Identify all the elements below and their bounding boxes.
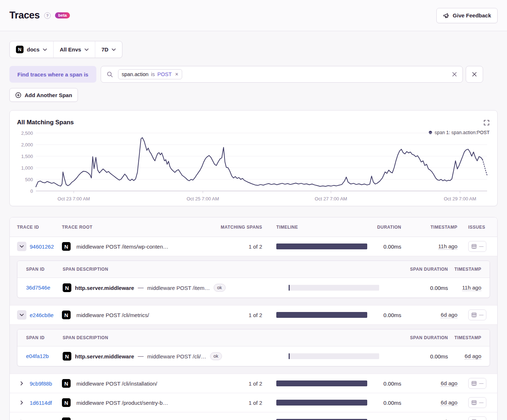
col-span-id: SPAN ID: [17, 267, 63, 272]
nextjs-icon: N: [63, 352, 71, 361]
span-search-input[interactable]: span.action is POST ✕: [101, 66, 463, 83]
col-span-description: SPAN DESCRIPTION: [63, 335, 289, 340]
trace-id-link[interactable]: 9cb9f88b: [30, 381, 52, 387]
span-duration: 0.00ms: [379, 285, 448, 291]
col-span-timestamp: TIMESTAMP: [448, 267, 490, 272]
give-feedback-label: Give Feedback: [453, 12, 491, 18]
trace-duration: 0.00ms: [367, 381, 401, 387]
collapse-trace-button[interactable]: [17, 242, 26, 251]
give-feedback-button[interactable]: Give Feedback: [436, 8, 498, 23]
trace-row[interactable]: 94601262 N middleware POST /items/wp-con…: [10, 237, 497, 256]
span-timeline-bar[interactable]: [289, 285, 379, 291]
col-duration: DURATION: [367, 225, 401, 230]
spans-table-header: SPAN ID SPAN DESCRIPTION SPAN DURATION T…: [17, 329, 490, 346]
col-span-description: SPAN DESCRIPTION: [63, 267, 289, 272]
svg-text:2,500: 2,500: [21, 130, 33, 136]
separator: —: [138, 353, 143, 359]
clear-search-button[interactable]: [452, 71, 457, 77]
timeline-bar[interactable]: [276, 381, 367, 386]
expand-trace-button[interactable]: [17, 398, 26, 407]
svg-text:1,500: 1,500: [21, 154, 33, 159]
remove-span-condition-button[interactable]: [466, 66, 483, 83]
search-filter-token[interactable]: span.action is POST ✕: [118, 69, 182, 79]
date-range-filter[interactable]: 7D: [95, 41, 122, 58]
col-timestamp: TIMESTAMP: [401, 225, 457, 230]
trace-id-link[interactable]: 1d6114df: [30, 400, 52, 406]
timeline-bar[interactable]: [276, 244, 367, 249]
span-id-link[interactable]: e04fa12b: [26, 353, 49, 359]
page-filter-bar: N docs All Envs 7D: [9, 41, 122, 58]
environment-filter[interactable]: All Envs: [53, 41, 95, 58]
issues-button[interactable]: —: [468, 378, 486, 389]
trace-timestamp[interactable]: 6d ago: [441, 399, 457, 406]
matching-spans-count: 1 of 2: [215, 400, 262, 406]
trace-row[interactable]: e246cb8e N middleware POST /cli/metrics/…: [10, 305, 497, 325]
span-id-link[interactable]: 36d7546e: [26, 284, 50, 291]
nextjs-icon: N: [62, 417, 71, 420]
collapse-trace-button[interactable]: [17, 310, 26, 320]
col-issues: ISSUES: [457, 225, 497, 230]
expanded-spans-section: SPAN ID SPAN DESCRIPTION SPAN DURATION T…: [10, 256, 497, 305]
svg-text:Oct 29 7:00 AM: Oct 29 7:00 AM: [444, 196, 476, 201]
chevron-down-icon: [84, 48, 89, 51]
trace-root-text: middleware POST /security-legal-pii…: [76, 419, 168, 420]
timeline-bar[interactable]: [276, 400, 367, 406]
timeline-bar[interactable]: [276, 312, 367, 318]
issues-button[interactable]: —: [468, 309, 486, 320]
col-span-duration: SPAN DURATION: [379, 335, 448, 340]
col-span-timestamp: TIMESTAMP: [448, 335, 490, 340]
help-icon[interactable]: ?: [44, 12, 51, 19]
span-timestamp[interactable]: 11h ago: [462, 284, 481, 291]
separator: —: [138, 284, 143, 291]
trace-root-text: middleware POST /cli/metrics/: [76, 312, 149, 318]
token-operator: is: [151, 71, 155, 77]
no-issues-dash: —: [479, 381, 483, 386]
matching-spans-count: 1 of 2: [215, 419, 262, 420]
span-row[interactable]: 36d7546e N http.server.middleware — midd…: [17, 278, 490, 298]
all-matching-spans-chart-panel: All Matching Spans span 1: span.action:P…: [9, 110, 498, 206]
trace-row[interactable]: 1d6114df N middleware POST /product/sent…: [10, 393, 497, 412]
traces-table: TRACE ID TRACE ROOT MATCHING SPANS TIMEL…: [9, 217, 498, 420]
spans-line-chart: 05001,0001,5002,0002,500Oct 23 7:00 AMOc…: [17, 129, 491, 204]
trace-timestamp[interactable]: 6d ago: [441, 419, 457, 420]
nextjs-icon: N: [62, 379, 71, 388]
trace-root-text: middleware POST /cli/installation/: [76, 381, 157, 387]
span-row[interactable]: e04fa12b N http.server.middleware — midd…: [17, 346, 490, 366]
trace-timestamp[interactable]: 11h ago: [438, 243, 457, 250]
plus-circle-icon: [15, 92, 21, 98]
matching-spans-count: 1 of 2: [215, 312, 262, 318]
svg-text:Oct 27 7:00 AM: Oct 27 7:00 AM: [315, 196, 347, 201]
chart-title: All Matching Spans: [17, 119, 74, 126]
nextjs-icon: N: [62, 311, 71, 319]
span-timestamp[interactable]: 6d ago: [465, 353, 481, 359]
nextjs-icon: N: [62, 242, 71, 251]
issue-icon: [471, 381, 477, 386]
top-bar: Traces ? beta Give Feedback: [0, 0, 507, 31]
nextjs-icon: N: [63, 283, 71, 292]
add-another-span-label: Add Another Span: [25, 92, 72, 98]
expanded-spans-section: SPAN ID SPAN DESCRIPTION SPAN DURATION T…: [10, 325, 497, 374]
expand-trace-button[interactable]: [17, 417, 26, 420]
trace-timestamp[interactable]: 6d ago: [441, 312, 457, 318]
trace-id-link[interactable]: 94601262: [30, 244, 54, 250]
token-key: span.action: [122, 71, 148, 77]
trace-row[interactable]: 5b72a6bf N middleware POST /security-leg…: [10, 412, 497, 420]
remove-token-icon[interactable]: ✕: [174, 72, 179, 77]
span-timeline-bar[interactable]: [289, 353, 379, 359]
trace-timestamp[interactable]: 6d ago: [441, 380, 457, 387]
issues-button[interactable]: —: [468, 241, 486, 252]
trace-id-link[interactable]: 5b72a6bf: [30, 419, 53, 420]
trace-id-link[interactable]: e246cb8e: [30, 312, 54, 318]
issues-button[interactable]: —: [468, 397, 486, 408]
issue-icon: [471, 244, 477, 249]
fullscreen-icon[interactable]: [484, 120, 489, 126]
span-description: middleware POST /cli/…: [147, 353, 206, 359]
expand-trace-button[interactable]: [17, 379, 26, 388]
trace-row[interactable]: 9cb9f88b N middleware POST /cli/installa…: [10, 374, 497, 393]
col-span-duration: SPAN DURATION: [379, 267, 448, 272]
issues-button[interactable]: —: [468, 416, 486, 420]
project-filter[interactable]: N docs: [10, 41, 53, 58]
trace-duration: 0.00ms: [367, 400, 401, 406]
add-another-span-button[interactable]: Add Another Span: [9, 88, 78, 102]
svg-text:Oct 25 7:00 AM: Oct 25 7:00 AM: [187, 196, 219, 201]
